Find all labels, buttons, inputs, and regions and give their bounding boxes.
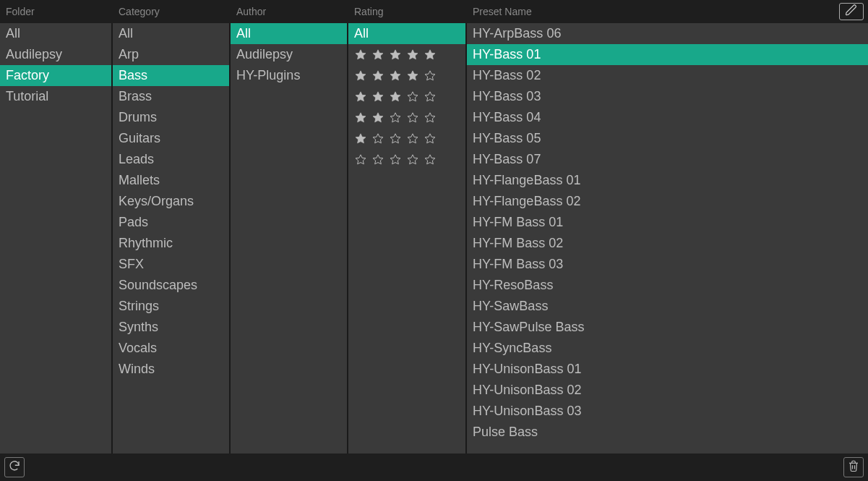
category-item[interactable]: Soundscapes bbox=[113, 275, 229, 296]
preset-item[interactable]: HY-SawBass bbox=[467, 296, 868, 317]
preset-item[interactable]: HY-Bass 07 bbox=[467, 149, 868, 170]
category-item[interactable]: Brass bbox=[113, 86, 229, 107]
category-item[interactable]: SFX bbox=[113, 254, 229, 275]
author-item-label: HY-Plugins bbox=[236, 68, 300, 83]
category-item[interactable]: Vocals bbox=[113, 338, 229, 359]
star-empty-icon bbox=[389, 153, 402, 166]
folder-item-label: Factory bbox=[6, 68, 49, 83]
star-empty-icon bbox=[424, 90, 437, 103]
preset-item[interactable]: HY-FlangeBass 02 bbox=[467, 191, 868, 212]
category-item[interactable]: All bbox=[113, 23, 229, 44]
category-item-label: Strings bbox=[119, 299, 159, 314]
preset-item[interactable]: HY-SyncBass bbox=[467, 338, 868, 359]
folder-item[interactable]: Factory bbox=[0, 65, 111, 86]
author-item[interactable]: Audilepsy bbox=[231, 44, 347, 65]
star-empty-icon bbox=[354, 153, 367, 166]
category-item-label: Mallets bbox=[119, 173, 160, 188]
preset-item[interactable]: HY-FM Bass 01 bbox=[467, 212, 868, 233]
rating-item[interactable] bbox=[348, 128, 465, 149]
star-filled-icon bbox=[389, 48, 402, 61]
rating-item[interactable] bbox=[348, 149, 465, 170]
star-filled-icon bbox=[389, 69, 402, 82]
category-item-label: Synths bbox=[119, 320, 158, 335]
rating-stars bbox=[354, 111, 437, 124]
star-empty-icon bbox=[424, 111, 437, 124]
preset-item-label: HY-Bass 03 bbox=[473, 89, 541, 104]
preset-item-label: HY-Bass 01 bbox=[473, 47, 541, 62]
category-item[interactable]: Drums bbox=[113, 107, 229, 128]
star-filled-icon bbox=[354, 69, 367, 82]
preset-item-label: HY-Bass 02 bbox=[473, 68, 541, 83]
rating-item[interactable] bbox=[348, 44, 465, 65]
folder-item[interactable]: Audilepsy bbox=[0, 44, 111, 65]
category-item-label: Pads bbox=[119, 215, 148, 230]
category-item[interactable]: Bass bbox=[113, 65, 229, 86]
category-item-label: Vocals bbox=[119, 341, 157, 356]
folder-item-label: All bbox=[6, 26, 20, 41]
preset-item[interactable]: HY-UnisonBass 03 bbox=[467, 401, 868, 422]
star-filled-icon bbox=[371, 69, 384, 82]
preset-item-label: HY-FM Bass 03 bbox=[473, 257, 563, 272]
category-item[interactable]: Arp bbox=[113, 44, 229, 65]
preset-item[interactable]: HY-ArpBass 06 bbox=[467, 23, 868, 44]
column-headers: Folder Category Author Rating Preset Nam… bbox=[0, 0, 868, 23]
rating-item[interactable] bbox=[348, 86, 465, 107]
preset-item[interactable]: HY-FM Bass 02 bbox=[467, 233, 868, 254]
header-folder: Folder bbox=[0, 0, 113, 23]
preset-item[interactable]: HY-FlangeBass 01 bbox=[467, 170, 868, 191]
rating-item[interactable]: All bbox=[348, 23, 465, 44]
folder-item[interactable]: Tutorial bbox=[0, 86, 111, 107]
delete-button[interactable] bbox=[843, 457, 864, 477]
category-item-label: Drums bbox=[119, 110, 157, 125]
preset-item[interactable]: HY-Bass 02 bbox=[467, 65, 868, 86]
star-empty-icon bbox=[424, 132, 437, 145]
preset-browser: Folder Category Author Rating Preset Nam… bbox=[0, 0, 868, 481]
preset-item[interactable]: HY-Bass 03 bbox=[467, 86, 868, 107]
preset-item[interactable]: HY-SawPulse Bass bbox=[467, 317, 868, 338]
author-item-label: Audilepsy bbox=[236, 47, 293, 62]
preset-item[interactable]: Pulse Bass bbox=[467, 422, 868, 443]
refresh-button[interactable] bbox=[4, 457, 25, 477]
preset-item[interactable]: HY-FM Bass 03 bbox=[467, 254, 868, 275]
preset-item[interactable]: HY-UnisonBass 02 bbox=[467, 380, 868, 401]
star-empty-icon bbox=[406, 153, 419, 166]
rating-stars bbox=[354, 69, 437, 82]
star-empty-icon bbox=[406, 90, 419, 103]
star-filled-icon bbox=[371, 111, 384, 124]
star-filled-icon bbox=[406, 48, 419, 61]
category-item[interactable]: Pads bbox=[113, 212, 229, 233]
preset-column: HY-ArpBass 06HY-Bass 01HY-Bass 02HY-Bass… bbox=[467, 23, 868, 454]
edit-button[interactable] bbox=[839, 3, 864, 20]
star-empty-icon bbox=[406, 111, 419, 124]
category-item-label: Guitars bbox=[119, 131, 160, 146]
category-item[interactable]: Rhythmic bbox=[113, 233, 229, 254]
star-filled-icon bbox=[354, 111, 367, 124]
preset-item-label: Pulse Bass bbox=[473, 425, 538, 440]
category-item[interactable]: Strings bbox=[113, 296, 229, 317]
category-item[interactable]: Keys/Organs bbox=[113, 191, 229, 212]
preset-item-label: HY-SawPulse Bass bbox=[473, 320, 584, 335]
category-item[interactable]: Leads bbox=[113, 149, 229, 170]
author-item[interactable]: HY-Plugins bbox=[231, 65, 347, 86]
category-item[interactable]: Winds bbox=[113, 359, 229, 380]
rating-stars bbox=[354, 90, 437, 103]
author-item-label: All bbox=[236, 26, 251, 41]
category-item-label: Winds bbox=[119, 362, 155, 377]
category-item[interactable]: Mallets bbox=[113, 170, 229, 191]
preset-item-label: HY-FlangeBass 01 bbox=[473, 173, 580, 188]
category-item[interactable]: Synths bbox=[113, 317, 229, 338]
rating-item[interactable] bbox=[348, 107, 465, 128]
category-item-label: Leads bbox=[119, 152, 154, 167]
preset-item[interactable]: HY-UnisonBass 01 bbox=[467, 359, 868, 380]
author-item[interactable]: All bbox=[231, 23, 347, 44]
preset-item-label: HY-Bass 05 bbox=[473, 131, 541, 146]
star-filled-icon bbox=[406, 69, 419, 82]
folder-item[interactable]: All bbox=[0, 23, 111, 44]
preset-item[interactable]: HY-Bass 04 bbox=[467, 107, 868, 128]
rating-item[interactable] bbox=[348, 65, 465, 86]
preset-item[interactable]: HY-Bass 01 bbox=[467, 44, 868, 65]
star-filled-icon bbox=[371, 48, 384, 61]
category-item[interactable]: Guitars bbox=[113, 128, 229, 149]
preset-item[interactable]: HY-ResoBass bbox=[467, 275, 868, 296]
preset-item[interactable]: HY-Bass 05 bbox=[467, 128, 868, 149]
